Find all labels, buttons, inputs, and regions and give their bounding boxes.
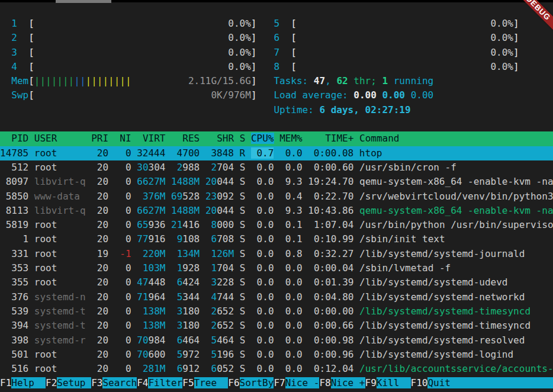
command-cell: /sbin/lvmetad -f	[359, 262, 451, 274]
column-header-cpu[interactable]: CPU%	[251, 133, 274, 144]
cpu-meter-1-value: 0.0%	[228, 18, 251, 29]
fkey-f1-key[interactable]: F1	[0, 377, 11, 388]
process-row-5819[interactable]: 5819 root 20 0 65936 21416 8000 S 0.0 0.…	[0, 218, 553, 232]
process-row-5850[interactable]: 5850 www-data 20 0 376M 69528 23092 S 0.…	[0, 189, 553, 204]
pid-cell: 539	[0, 306, 28, 317]
process-row-394[interactable]: 394 systemd-t 20 0 138M 3180 2652 S 0.0 …	[0, 319, 553, 333]
process-row-398[interactable]: 398 systemd-r 20 0 70984 6464 5464 S 0.0…	[0, 333, 553, 348]
command-cell: /usr/sbin/cron -f	[359, 162, 456, 173]
fkey-f5-key[interactable]: F5	[182, 377, 194, 388]
cpu-meter-6-label: 6	[274, 32, 279, 43]
process-row-355[interactable]: 355 root 20 0 47448 6424 3228 S 0.0 0.0 …	[0, 275, 553, 290]
fkey-f8-label[interactable]: Nice +	[331, 377, 365, 388]
command-cell: /srv/webvirtcloud/venv/bin/python3	[359, 191, 553, 202]
user-cell: libvirt-q	[34, 205, 86, 216]
load-average: 0.00	[353, 89, 382, 101]
process-row-331[interactable]: 331 root 19 -1 220M 134M 126M S 0.0 0.8 …	[0, 247, 553, 261]
tasks-summary: 47	[314, 75, 325, 86]
tasks-summary: 1	[382, 75, 388, 86]
fkey-f7-key[interactable]: F7	[274, 377, 285, 388]
load-average: 0.00	[382, 89, 410, 101]
process-row-1[interactable]: 1 root 20 0 77916 9108 6708 S 0.0 0.1 0:…	[0, 232, 553, 246]
user-cell: systemd-t	[34, 320, 86, 331]
command-cell: /usr/bin/python /usr/bin/superviso	[359, 219, 553, 230]
pid-cell: 331	[0, 248, 28, 259]
fkey-f3-label[interactable]: Search	[102, 377, 137, 388]
column-header-shr[interactable]: SHR	[205, 133, 234, 144]
user-cell: root	[34, 277, 86, 288]
uptime: Uptime:	[274, 104, 319, 115]
fkey-f7-label[interactable]: Nice -	[285, 377, 320, 388]
user-cell: root	[34, 162, 86, 173]
terminal-content: 1 [ 0.0%] 5 [ 0.0%] 2 [ 0.0%] 6 [ 0.0%] …	[0, 17, 553, 391]
process-row-516[interactable]: 516 root 20 0 281M 6912 6052 S 0.0 0.0 0…	[0, 362, 553, 376]
tasks-summary: ,	[325, 75, 336, 86]
column-header-pri[interactable]: PRI	[91, 133, 108, 144]
cpu-meter-7-value: 0.0%	[490, 47, 513, 58]
fkey-f5-label[interactable]: Tree	[194, 377, 229, 388]
command-cell: /lib/systemd/systemd-logind	[359, 349, 513, 360]
user-cell: root	[34, 349, 86, 360]
command-cell: /lib/systemd/systemd-udevd	[359, 277, 507, 288]
column-header-user[interactable]: USER	[34, 133, 86, 144]
swap-load-row: Swp[ 0K/976M] Load average: 0.00 0.00 0.…	[0, 88, 553, 102]
cpu-meter-6-value: 0.0%	[490, 32, 513, 43]
column-header-command[interactable]: Command	[359, 133, 399, 144]
column-header-res[interactable]: RES	[171, 133, 200, 144]
process-row-501[interactable]: 501 root 20 0 70600 5972 5196 S 0.0 0.0 …	[0, 348, 553, 362]
fkey-f2-label[interactable]: Setup	[57, 377, 91, 388]
cpu-meter-5-label: 5	[274, 18, 279, 29]
pid-cell: 355	[0, 277, 28, 288]
column-header-virt[interactable]: VIRT	[137, 133, 165, 144]
column-header-ni[interactable]: NI	[114, 133, 131, 144]
pid-cell: 1	[0, 233, 28, 245]
fkey-f9-key[interactable]: F9	[365, 377, 377, 388]
process-row-353[interactable]: 353 root 20 0 103M 1928 1704 S 0.0 0.0 0…	[0, 261, 553, 275]
fkey-f4-key[interactable]: F4	[137, 377, 148, 388]
tasks-summary: Tasks:	[274, 75, 313, 86]
user-cell: www-data	[34, 191, 86, 202]
command-cell: /lib/systemd/systemd-journald	[359, 248, 525, 259]
user-cell: root	[34, 248, 86, 259]
cpu-meter-3-label: 3	[11, 47, 17, 58]
memory-meter-bar: |||||||	[34, 75, 74, 86]
fkey-f3-key[interactable]: F3	[91, 377, 102, 388]
cpu-meters-row-1: 1 [ 0.0%] 5 [ 0.0%]	[0, 17, 553, 31]
fkey-f4-label[interactable]: Filter	[148, 377, 182, 388]
user-cell: systemd-r	[34, 335, 86, 346]
command-cell: /sbin/init text	[359, 233, 445, 245]
fkey-f8-key[interactable]: F8	[319, 377, 330, 388]
fkey-f1-label[interactable]: Help	[11, 377, 46, 388]
column-header-pid[interactable]: PID	[0, 133, 28, 144]
cpu-meter-4-label: 4	[11, 61, 17, 72]
column-header-s[interactable]: S	[240, 133, 246, 144]
process-row-8113[interactable]: 8113 libvirt-q 20 0 6627M 1488M 20044 S …	[0, 204, 553, 218]
fkey-f6-key[interactable]: F6	[228, 377, 239, 388]
load-average: 0.00	[411, 89, 434, 101]
process-row-14785[interactable]: 14785 root 20 0 32444 4700 3848 R 0.7 0.…	[0, 146, 553, 160]
command-cell: /usr/lib/accountsservice/accounts-	[359, 363, 553, 374]
memory-meter-bar: ||||||||	[86, 75, 131, 86]
pid-cell: 353	[0, 262, 28, 274]
command-cell: /lib/systemd/systemd-networkd	[359, 291, 525, 303]
fkey-f10-key[interactable]: F10	[411, 377, 428, 388]
titlebar-tab-remnant	[56, 0, 111, 3]
cpu-meter-8-value: 0.0%	[490, 61, 513, 72]
fkey-f2-key[interactable]: F2	[46, 377, 57, 388]
fkey-f6-label[interactable]: SortBy	[240, 377, 274, 388]
column-header-time[interactable]: TIME+	[308, 133, 353, 144]
process-row-376[interactable]: 376 systemd-n 20 0 71964 5344 4744 S 0.0…	[0, 290, 553, 304]
process-row-8097[interactable]: 8097 libvirt-q 20 0 6627M 1488M 20044 S …	[0, 175, 553, 189]
tasks-summary: 62	[336, 75, 348, 86]
fkey-f9-label[interactable]: Kill	[377, 377, 411, 388]
column-header-mem[interactable]: MEM%	[279, 133, 303, 144]
command-cell: qemu-system-x86_64 -enable-kvm -na	[359, 205, 553, 216]
process-row-512[interactable]: 512 root 20 0 30304 2988 2704 S 0.0 0.0 …	[0, 160, 553, 175]
pid-cell: 516	[0, 363, 28, 374]
user-cell: root	[34, 262, 86, 274]
fkey-f10-label[interactable]: Quit	[427, 377, 553, 388]
uptime-row: Uptime: 6 days, 02:27:19	[0, 103, 553, 117]
cpu-meter-8-label: 8	[274, 61, 279, 72]
user-cell: systemd-t	[34, 306, 86, 317]
process-row-539[interactable]: 539 systemd-t 20 0 138M 3180 2652 S 0.0 …	[0, 304, 553, 319]
